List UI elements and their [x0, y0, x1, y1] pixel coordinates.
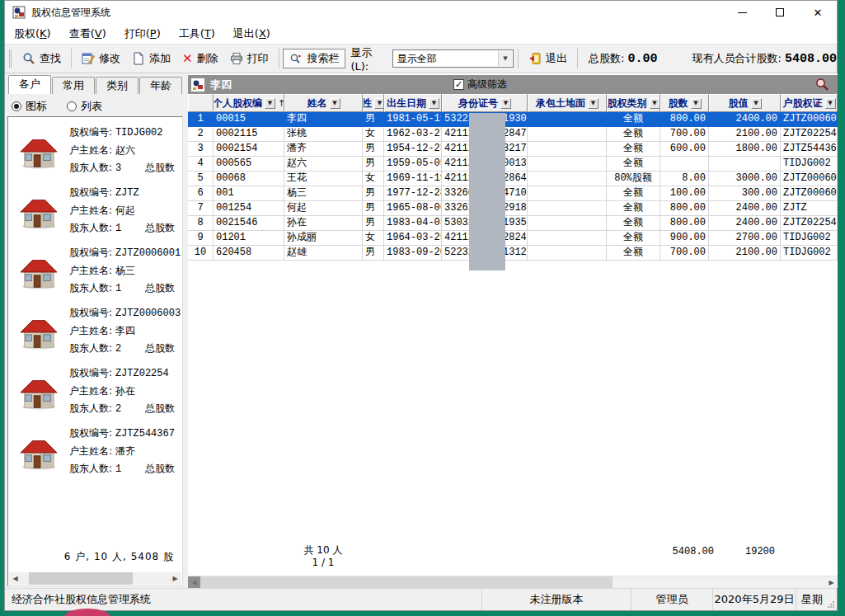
- tab-age[interactable]: 年龄: [139, 77, 182, 94]
- menu-item-exit[interactable]: 退出(X): [224, 26, 279, 41]
- scroll-right-icon[interactable]: ▶: [825, 576, 838, 589]
- new-page-icon: [132, 52, 145, 65]
- col-type[interactable]: 股权类别: [607, 94, 660, 112]
- sidebar: 各户 常用 类别 年龄 图标 列表: [5, 73, 185, 588]
- house-icon: [20, 194, 58, 230]
- table-scrollbar[interactable]: ◀ ▶: [188, 576, 838, 588]
- filter-icon[interactable]: [825, 98, 836, 109]
- sidebar-tabs: 各户 常用 类别 年龄: [8, 75, 183, 94]
- modify-button[interactable]: 修改: [76, 48, 126, 69]
- scroll-left-icon[interactable]: ◀: [9, 572, 21, 585]
- view-icon-radio[interactable]: 图标: [12, 99, 47, 114]
- scroll-right-icon[interactable]: ▶: [169, 572, 181, 585]
- search-bar-toggle[interactable]: 搜索栏: [283, 49, 345, 68]
- status-bar: 经济合作社股权信息管理系统 未注册版本 管理员 2020年5月29日 星期: [5, 588, 837, 610]
- scroll-left-icon[interactable]: ◀: [188, 576, 200, 589]
- list-item[interactable]: 股权编号: ZJTZ544367 户主姓名: 潘齐 股东人数: 1总股数: [10, 425, 183, 481]
- filter-icon[interactable]: [588, 98, 599, 109]
- desktop: { "window": { "title": "股权信息管理系统" }, "me…: [0, 0, 845, 616]
- table-row[interactable]: 6001杨三男1977-12-28332604710全额100.00300.00…: [188, 186, 838, 201]
- band-search-icon[interactable]: [814, 77, 829, 92]
- find-button[interactable]: 查找: [16, 48, 67, 69]
- resize-grip[interactable]: [827, 600, 835, 609]
- sum-shares: 5408.00: [643, 546, 714, 557]
- sort-asc-icon: ↑: [278, 98, 284, 109]
- edit-icon: [82, 52, 95, 65]
- record-icon: [191, 78, 204, 92]
- tab-category[interactable]: 类别: [96, 77, 138, 94]
- table-row[interactable]: 500068王花女1969-11-1942112286480%股额8.00300…: [188, 172, 838, 186]
- table-row[interactable]: 20002115张桃女1962-03-27421122847全额700.0021…: [188, 127, 838, 142]
- filter-icon[interactable]: [751, 98, 762, 109]
- add-button[interactable]: 添加: [126, 48, 176, 69]
- menu-item-tools[interactable]: 工具(T): [170, 26, 224, 41]
- house-icon: [20, 134, 58, 170]
- table-row[interactable]: 4000565赵六男1959-05-05421120013全额TIDJG002: [188, 157, 838, 172]
- house-icon: [20, 435, 58, 471]
- filter-icon[interactable]: [650, 98, 660, 109]
- record-header-band: 李四 高级筛选: [188, 75, 838, 94]
- col-name[interactable]: 姓名: [284, 94, 363, 112]
- table-row[interactable]: 10620458赵雄男1983-09-20522321312全额700.0021…: [188, 246, 838, 261]
- table-row[interactable]: 7001254何起男1965-08-06332622918全额800.00240…: [188, 201, 838, 216]
- table-row[interactable]: 80021546孙在男1983-04-03530321935全额800.0024…: [188, 216, 838, 231]
- col-land[interactable]: 承包土地面: [528, 94, 607, 112]
- checkbox-checked-icon: [453, 79, 464, 90]
- chevron-down-icon[interactable]: ▼: [498, 51, 512, 66]
- filter-icon[interactable]: [330, 98, 340, 109]
- view-list-radio[interactable]: 列表: [67, 99, 102, 114]
- print-button[interactable]: 打印: [224, 48, 275, 69]
- list-item[interactable]: 股权编号: ZJTZ02254 户主姓名: 孙在 股东人数: 2总股数: [10, 364, 183, 421]
- filter-icon[interactable]: [500, 98, 511, 109]
- menu-item-view[interactable]: 查看(V): [60, 26, 115, 41]
- total-shares: 总股数: 0.00: [589, 51, 658, 66]
- filter-icon[interactable]: [691, 98, 702, 109]
- menu-item-equity[interactable]: 股权(K): [5, 26, 60, 41]
- filter-icon[interactable]: [374, 98, 384, 109]
- filter-icon[interactable]: [429, 98, 439, 109]
- exit-button[interactable]: 退出: [523, 48, 573, 69]
- toolbar-separator: [518, 49, 519, 68]
- minimize-button[interactable]: [723, 1, 761, 24]
- household-list: 股权编号: TIDJG002 户主姓名: 赵六 股东人数: 3总股数 股权编号:…: [7, 116, 183, 586]
- app-icon: [12, 6, 26, 19]
- scrollbar-thumb[interactable]: [200, 576, 613, 589]
- delete-button[interactable]: ✕ 删除: [176, 48, 224, 69]
- search-bar-icon: [289, 52, 303, 65]
- main-area: 各户 常用 类别 年龄 图标 列表: [5, 73, 837, 588]
- list-item[interactable]: 股权编号: ZJTZ 户主姓名: 何起 股东人数: 1总股数: [10, 184, 183, 240]
- list-item[interactable]: 股权编号: TIDJG002 户主姓名: 赵六 股东人数: 3总股数: [10, 124, 183, 180]
- col-id[interactable]: 身份证号: [442, 94, 528, 112]
- toolbar-separator: [577, 49, 578, 68]
- advanced-filter-checkbox[interactable]: 高级筛选: [453, 78, 507, 92]
- maximize-icon: [776, 8, 784, 16]
- menu-item-print[interactable]: 打印(P): [115, 26, 170, 41]
- col-value[interactable]: 股值: [709, 94, 781, 112]
- table-row[interactable]: 30002154潘齐男1954-12-23421123217全额600.0018…: [188, 142, 838, 157]
- tab-common[interactable]: 常用: [52, 77, 95, 94]
- sum-value: 19200: [745, 546, 782, 557]
- table-row[interactable]: 100015李四男1981-05-15532221930全额800.002400…: [188, 112, 838, 127]
- scrollbar-thumb[interactable]: [29, 572, 133, 585]
- toolbar-grip: [9, 49, 12, 68]
- col-birth[interactable]: 出生日期: [384, 94, 442, 112]
- status-license: 未注册版本: [481, 589, 631, 610]
- display-select[interactable]: 显示全部 ▼: [392, 49, 514, 68]
- search-icon: [22, 52, 35, 65]
- table-row[interactable]: 901201孙成丽女1964-03-25421122824全额900.00270…: [188, 231, 838, 246]
- status-date: 2020年5月29日: [712, 589, 796, 610]
- filter-icon[interactable]: [265, 98, 275, 109]
- col-cert[interactable]: 户股权证: [781, 94, 838, 112]
- list-item[interactable]: 股权编号: ZJTZ0006003 户主姓名: 李四 股东人数: 2总股数: [10, 304, 183, 360]
- toolbar-separator: [71, 49, 72, 68]
- sidebar-scrollbar[interactable]: ◀ ▶: [9, 572, 181, 585]
- close-icon: ✕: [814, 7, 823, 19]
- tab-households[interactable]: 各户: [8, 75, 51, 94]
- col-shares[interactable]: 股数: [660, 94, 709, 112]
- list-item[interactable]: 股权编号: ZJTZ0006001 户主姓名: 杨三 股东人数: 1总股数: [10, 244, 183, 300]
- close-button[interactable]: ✕: [799, 1, 837, 24]
- col-gender[interactable]: 性: [363, 94, 384, 112]
- maximize-button[interactable]: [761, 1, 799, 24]
- house-icon: [20, 314, 58, 350]
- col-code[interactable]: 个人股权编↑: [214, 94, 284, 112]
